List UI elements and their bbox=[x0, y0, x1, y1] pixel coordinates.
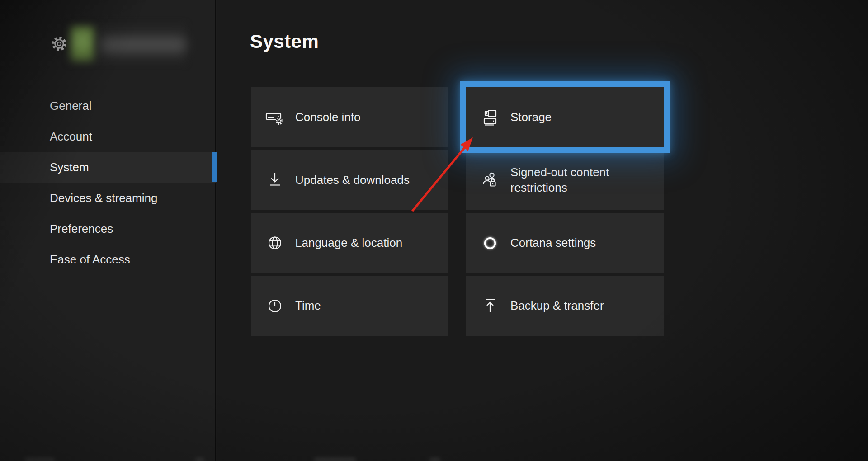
download-icon bbox=[264, 170, 285, 191]
sidebar-item-label: Preferences bbox=[50, 222, 113, 236]
sidebar-item-label: System bbox=[50, 160, 89, 174]
avatar bbox=[71, 26, 94, 61]
sidebar-item-general[interactable]: General bbox=[0, 90, 216, 121]
tile-label: Storage bbox=[510, 110, 552, 125]
xbox-settings-screen: General Account System Devices & streami… bbox=[0, 0, 868, 461]
sidebar-item-ease-of-access[interactable]: Ease of Access bbox=[0, 244, 216, 275]
sidebar-nav: General Account System Devices & streami… bbox=[0, 90, 216, 275]
sidebar-item-label: General bbox=[50, 99, 92, 113]
settings-sidebar: General Account System Devices & streami… bbox=[0, 0, 216, 461]
cortana-icon bbox=[480, 233, 500, 254]
tile-label: Updates & downloads bbox=[295, 173, 410, 188]
tile-label: Time bbox=[295, 298, 321, 313]
cutoff-text-smudge bbox=[195, 458, 204, 461]
sidebar-item-label: Devices & streaming bbox=[50, 191, 157, 205]
cutoff-text-smudge bbox=[25, 458, 55, 461]
selection-indicator-bar bbox=[212, 152, 217, 182]
settings-tile-grid: Console info Storage bbox=[251, 87, 664, 336]
tile-storage[interactable]: Storage bbox=[466, 87, 664, 147]
restrictions-icon bbox=[480, 170, 500, 191]
tile-label: Console info bbox=[295, 110, 361, 125]
cutoff-text-smudge bbox=[429, 458, 440, 461]
clock-icon bbox=[264, 296, 285, 316]
sidebar-item-label: Ease of Access bbox=[50, 253, 130, 267]
sidebar-item-devices-streaming[interactable]: Devices & streaming bbox=[0, 183, 216, 213]
tile-label: Signed-out content restrictions bbox=[510, 165, 629, 195]
storage-icon bbox=[480, 107, 500, 128]
profile-header bbox=[0, 0, 216, 72]
tile-backup-transfer[interactable]: Backup & transfer bbox=[466, 276, 664, 336]
gamertag-blurred bbox=[100, 36, 186, 53]
tile-updates-downloads[interactable]: Updates & downloads bbox=[251, 150, 448, 210]
sidebar-item-system[interactable]: System bbox=[0, 152, 216, 183]
tile-language-location[interactable]: Language & location bbox=[251, 213, 448, 273]
gear-icon bbox=[50, 35, 68, 53]
tile-label: Cortana settings bbox=[510, 235, 596, 250]
cutoff-text-smudge bbox=[314, 458, 356, 461]
tile-label: Language & location bbox=[295, 235, 402, 250]
console-info-icon bbox=[264, 107, 285, 128]
backup-icon bbox=[480, 296, 500, 316]
tile-signed-out-content-restrictions[interactable]: Signed-out content restrictions bbox=[466, 150, 664, 210]
sidebar-item-preferences[interactable]: Preferences bbox=[0, 213, 216, 244]
globe-icon bbox=[264, 233, 285, 254]
tile-time[interactable]: Time bbox=[251, 276, 448, 336]
sidebar-item-account[interactable]: Account bbox=[0, 121, 216, 152]
settings-main-panel: System Console info bbox=[217, 0, 868, 461]
tile-label: Backup & transfer bbox=[510, 298, 604, 313]
page-title: System bbox=[250, 31, 319, 52]
sidebar-item-label: Account bbox=[50, 130, 92, 144]
tile-console-info[interactable]: Console info bbox=[251, 87, 448, 147]
tile-cortana-settings[interactable]: Cortana settings bbox=[466, 213, 664, 273]
